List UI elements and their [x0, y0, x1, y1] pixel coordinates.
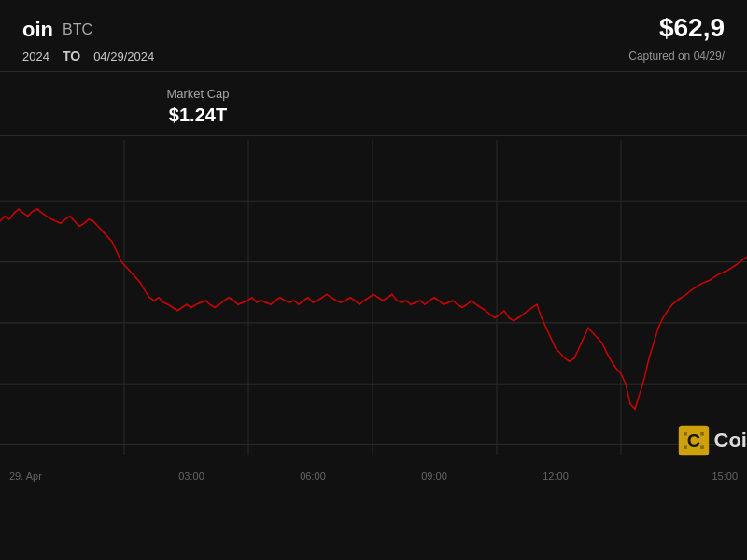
- svg-rect-15: [700, 445, 704, 449]
- chart-area: 29. Apr 03:00 06:00 09:00 12:00 15:00 C …: [0, 140, 747, 485]
- price-polyline: [0, 209, 747, 409]
- market-cap-value: $1.24T: [22, 105, 374, 126]
- svg-rect-13: [700, 432, 704, 436]
- x-label-2: 06:00: [252, 470, 374, 482]
- logo-icon: C: [677, 424, 711, 457]
- date-to-value: 04/29/2024: [93, 49, 154, 63]
- btc-ticker: BTC: [63, 21, 92, 38]
- coin-name: oin: [22, 18, 53, 42]
- col2-block: [374, 87, 725, 91]
- captured-text: Captured on 04/29/: [628, 49, 725, 63]
- stats-row: Market Cap $1.24T: [0, 77, 747, 136]
- market-cap-block: Market Cap $1.24T: [22, 87, 374, 126]
- header-top: oin BTC $62,9: [0, 0, 747, 47]
- x-label-4: 12:00: [495, 470, 616, 482]
- svg-rect-12: [684, 432, 687, 436]
- x-label-0: 29. Apr: [9, 470, 131, 482]
- date-from: 2024: [22, 49, 49, 63]
- logo-text: Coi: [714, 428, 747, 453]
- x-label-5: 15:00: [616, 470, 738, 482]
- market-cap-label: Market Cap: [22, 87, 374, 101]
- price-display: $62,9: [659, 13, 725, 43]
- price-chart: [0, 140, 747, 485]
- x-label-1: 03:00: [131, 470, 252, 482]
- svg-rect-14: [684, 445, 687, 449]
- svg-text:C: C: [686, 430, 699, 451]
- date-range: 2024 TO 04/29/2024: [22, 49, 154, 63]
- date-to-label: TO: [63, 49, 80, 63]
- logo-watermark: C Coi: [677, 424, 747, 457]
- x-axis: 29. Apr 03:00 06:00 09:00 12:00 15:00: [0, 467, 747, 482]
- x-label-3: 09:00: [374, 470, 495, 482]
- coin-info: oin BTC: [22, 18, 92, 42]
